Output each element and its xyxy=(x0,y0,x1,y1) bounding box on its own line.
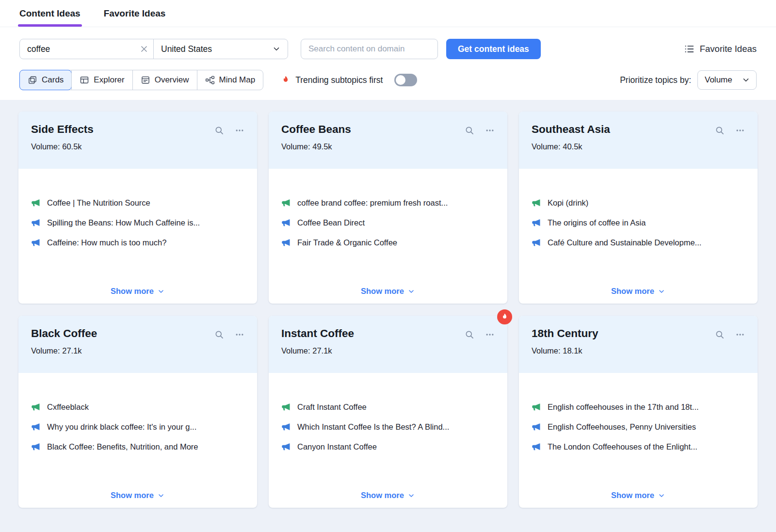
headline-text: Fair Trade & Organic Coffee xyxy=(297,238,397,247)
view-cards-button[interactable]: Cards xyxy=(20,70,71,90)
card-volume: Volume: 18.1k xyxy=(532,346,745,355)
keyword-input[interactable] xyxy=(19,39,154,59)
trending-filter: Trending subtopics first xyxy=(281,74,417,86)
topic-card-southeast-asia: Southeast Asia Volume: 40.5k Kopi (drink… xyxy=(519,112,758,304)
view-mindmap-button[interactable]: Mind Map xyxy=(197,70,263,90)
topic-card-coffee-beans: Coffee Beans Volume: 49.5k coffee brand … xyxy=(269,112,507,304)
headline-item[interactable]: Spilling the Beans: How Much Caffeine is… xyxy=(31,218,244,227)
headline-text: Canyon Instant Coffee xyxy=(297,442,377,451)
card-search-icon[interactable] xyxy=(465,330,474,339)
chevron-down-icon xyxy=(658,492,665,500)
megaphone-icon xyxy=(532,442,541,451)
megaphone-icon xyxy=(31,238,41,247)
headline-text: Cxffeeblack xyxy=(47,403,89,412)
view-toolbar: Cards Explorer Overview Mind Map xyxy=(19,70,757,90)
card-body: English coffeehouses in the 17th and 18t… xyxy=(519,373,758,508)
headline-item[interactable]: Black Coffee: Benefits, Nutrition, and M… xyxy=(31,442,244,451)
tab-favorite-ideas[interactable]: Favorite Ideas xyxy=(104,0,166,27)
megaphone-icon xyxy=(281,198,291,208)
headline-item[interactable]: English coffeehouses in the 17th and 18t… xyxy=(532,402,745,412)
card-volume: Volume: 40.5k xyxy=(532,142,745,151)
card-search-icon[interactable] xyxy=(465,126,474,135)
headline-item[interactable]: Kopi (drink) xyxy=(532,198,745,208)
megaphone-icon xyxy=(532,402,541,412)
megaphone-icon xyxy=(281,238,291,247)
view-explorer-button[interactable]: Explorer xyxy=(71,70,132,90)
headline-item[interactable]: Why you drink black coffee: It's in your… xyxy=(31,422,244,432)
headline-item[interactable]: Café Culture and Sustainable Developme..… xyxy=(532,238,745,247)
headline-item[interactable]: Coffee Bean Direct xyxy=(281,218,495,227)
headline-text: Craft Instant Coffee xyxy=(297,403,367,412)
headline-item[interactable]: Fair Trade & Organic Coffee xyxy=(281,238,495,247)
card-search-icon[interactable] xyxy=(715,126,725,135)
search-row: United States Get content ideas Favorite… xyxy=(19,39,757,59)
tab-content-ideas-label: Content Ideas xyxy=(19,8,81,19)
headline-item[interactable]: Craft Instant Coffee xyxy=(281,402,495,412)
headline-item[interactable]: The origins of coffee in Asia xyxy=(532,218,745,227)
show-more-button[interactable]: Show more xyxy=(611,287,665,296)
prioritize-select-value: Volume xyxy=(705,75,732,85)
card-body: Kopi (drink) The origins of coffee in As… xyxy=(519,169,758,304)
headline-item[interactable]: Caffeine: How much is too much? xyxy=(31,238,244,247)
card-search-icon[interactable] xyxy=(214,330,224,339)
show-more-button[interactable]: Show more xyxy=(361,287,415,296)
headline-text: Spilling the Beans: How Much Caffeine is… xyxy=(47,218,200,227)
card-menu-icon[interactable] xyxy=(235,330,244,339)
headline-item[interactable]: Canyon Instant Coffee xyxy=(281,442,495,451)
headline-text: Black Coffee: Benefits, Nutrition, and M… xyxy=(47,442,198,451)
card-title: 18th Century xyxy=(532,327,598,340)
show-more-button[interactable]: Show more xyxy=(361,491,415,500)
view-overview-button[interactable]: Overview xyxy=(132,70,197,90)
prioritize-select[interactable]: Volume xyxy=(697,70,757,90)
megaphone-icon xyxy=(31,402,41,412)
get-content-ideas-button[interactable]: Get content ideas xyxy=(446,39,541,59)
card-header: Instant Coffee Volume: 27.1k xyxy=(269,316,507,373)
domain-search-input[interactable] xyxy=(301,39,438,59)
card-title: Southeast Asia xyxy=(532,123,610,136)
card-menu-icon[interactable] xyxy=(235,126,244,135)
headline-item[interactable]: English Coffeehouses, Penny Universities xyxy=(532,422,745,432)
explorer-view-icon xyxy=(80,75,89,85)
card-menu-icon[interactable] xyxy=(485,330,495,339)
headline-text: coffee brand coffee: premium fresh roast… xyxy=(297,198,448,208)
headline-item[interactable]: Coffee | The Nutrition Source xyxy=(31,198,244,208)
card-menu-icon[interactable] xyxy=(735,126,745,135)
trending-flame-badge xyxy=(497,309,512,324)
headline-item[interactable]: Which Instant Coffee Is the Best? A Blin… xyxy=(281,422,495,432)
headline-item[interactable]: coffee brand coffee: premium fresh roast… xyxy=(281,198,495,208)
megaphone-icon xyxy=(532,422,541,432)
topic-card-side-effects: Side Effects Volume: 60.5k Coffee | The … xyxy=(18,112,257,304)
card-title: Black Coffee xyxy=(31,327,97,340)
tab-favorite-ideas-label: Favorite Ideas xyxy=(104,8,166,19)
trending-toggle[interactable] xyxy=(394,74,417,86)
cards-view-icon xyxy=(28,75,37,85)
headline-item[interactable]: The London Coffeehouses of the Enlight..… xyxy=(532,442,745,451)
show-more-button[interactable]: Show more xyxy=(611,491,665,500)
show-more-button[interactable]: Show more xyxy=(111,287,165,296)
chevron-down-icon xyxy=(407,492,415,500)
megaphone-icon xyxy=(31,422,41,432)
megaphone-icon xyxy=(31,218,41,227)
topic-card-instant-coffee: Instant Coffee Volume: 27.1k Craft Insta… xyxy=(269,316,507,508)
card-title: Side Effects xyxy=(31,123,94,136)
favorite-ideas-link[interactable]: Favorite Ideas xyxy=(684,44,757,54)
topic-cards-grid: Side Effects Volume: 60.5k Coffee | The … xyxy=(0,100,776,527)
card-menu-icon[interactable] xyxy=(485,126,495,135)
card-header: Southeast Asia Volume: 40.5k xyxy=(519,112,758,169)
chevron-down-icon xyxy=(658,288,665,295)
megaphone-icon xyxy=(532,238,541,247)
card-search-icon[interactable] xyxy=(715,330,725,339)
show-more-button[interactable]: Show more xyxy=(111,491,165,500)
view-explorer-label: Explorer xyxy=(94,75,124,85)
clear-keyword-icon[interactable] xyxy=(139,44,149,54)
chevron-down-icon xyxy=(272,45,281,53)
card-menu-icon[interactable] xyxy=(735,330,745,339)
view-overview-label: Overview xyxy=(155,75,189,85)
tab-content-ideas[interactable]: Content Ideas xyxy=(19,0,81,27)
topic-card-black-coffee: Black Coffee Volume: 27.1k Cxffeeblack W… xyxy=(18,316,257,508)
card-title: Instant Coffee xyxy=(281,327,354,340)
card-search-icon[interactable] xyxy=(214,126,224,135)
headline-item[interactable]: Cxffeeblack xyxy=(31,402,244,412)
megaphone-icon xyxy=(281,402,291,412)
country-select[interactable]: United States xyxy=(153,39,288,59)
